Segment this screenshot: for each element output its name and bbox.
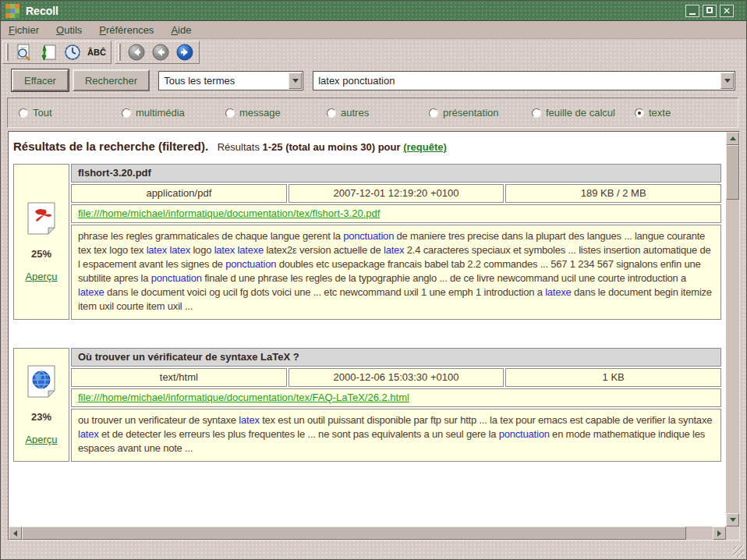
toolbar: ÂBĈ: [1, 39, 746, 65]
result-abstract: ou trouver un verificateur de syntaxe la…: [71, 409, 721, 462]
scrollbar-corner: [726, 526, 739, 540]
filter-radio-autres[interactable]: autres: [327, 107, 369, 119]
clear-button[interactable]: Effacer: [12, 69, 69, 91]
result-abstract: phrase les regles grammaticales de chaqu…: [71, 225, 721, 320]
search-input[interactable]: [313, 75, 720, 87]
radio-icon[interactable]: [429, 108, 438, 118]
chevron-down-icon[interactable]: [720, 73, 734, 89]
result-entry: 23% Aperçu Où trouver un vérificateur de…: [13, 348, 721, 462]
minimize-icon: [689, 13, 696, 15]
search-button[interactable]: Rechercher: [73, 69, 150, 91]
minimize-button[interactable]: [685, 5, 699, 17]
window-title: Recoll: [26, 5, 685, 17]
highlighted-term: latex: [384, 244, 404, 256]
abstract-text: phrase les regles grammaticales de chaqu…: [78, 230, 343, 242]
result-size: 1 KB: [505, 368, 721, 387]
pdf-file-icon: [27, 202, 55, 237]
menu-fichier[interactable]: Fichier: [9, 24, 39, 36]
maximize-icon: [706, 7, 713, 13]
radio-selected-icon[interactable]: [635, 108, 644, 118]
filter-label: multimédia: [136, 107, 185, 119]
highlighted-term: latexe: [78, 286, 104, 298]
previous-page-button[interactable]: [150, 42, 172, 62]
results-title: Résultats de la recherche (filtered).: [13, 140, 208, 153]
advanced-search-button[interactable]: [13, 42, 35, 62]
horizontal-scrollbar-thumb[interactable]: [22, 526, 686, 540]
scroll-down-button[interactable]: [726, 513, 739, 526]
menubar: FichierOutilsPréférencesAide: [1, 21, 746, 39]
query-link[interactable]: (requête): [403, 141, 447, 153]
recoll-window: Recoll ✕ FichierOutilsPréférencesAide: [0, 0, 747, 560]
abstract-text: latex2ε version actuelle de: [264, 244, 384, 256]
filter-label: feuille de calcul: [546, 107, 615, 119]
vertical-scrollbar-thumb[interactable]: [726, 145, 739, 200]
result-mime: text/html: [71, 368, 287, 387]
results-count-prefix: Résultats: [218, 141, 260, 153]
radio-icon[interactable]: [327, 108, 336, 118]
filter-radio-multimedia[interactable]: multimédia: [122, 107, 185, 119]
result-details: flshort-3.20.pdf application/pdf 2007-12…: [71, 164, 721, 320]
horizontal-scrollbar[interactable]: [9, 526, 726, 540]
app-icon: [5, 4, 19, 18]
maximize-button[interactable]: [703, 5, 717, 17]
filter-radio-presentation[interactable]: présentation: [429, 107, 499, 119]
query-combo: [313, 71, 735, 90]
highlighted-term: latex: [170, 244, 190, 256]
preview-link[interactable]: Aperçu: [25, 434, 57, 445]
result-title: flshort-3.20.pdf: [71, 164, 721, 183]
result-url-link[interactable]: file:///home/michael/informatique/docume…: [78, 207, 380, 219]
highlighted-term: ponctuation: [343, 230, 394, 242]
radio-icon[interactable]: [122, 108, 131, 118]
term-explorer-button[interactable]: ÂBĈ: [86, 42, 108, 62]
result-url-link[interactable]: file:///home/michael/informatique/docume…: [78, 392, 409, 403]
abstract-text: logo: [190, 244, 214, 256]
window-controls: ✕: [685, 5, 734, 17]
filter-radio-texte[interactable]: texte: [635, 107, 671, 119]
radio-icon[interactable]: [532, 108, 541, 118]
result-title: Où trouver un vérificateur de syntaxe La…: [71, 348, 721, 367]
radio-icon[interactable]: [225, 108, 235, 118]
highlighted-term: latex: [78, 428, 98, 440]
window-titlebar: Recoll ✕: [1, 1, 746, 21]
first-page-icon: [127, 43, 146, 62]
menu-preferences[interactable]: Préférences: [99, 24, 154, 36]
first-page-button[interactable]: [126, 42, 147, 62]
history-button[interactable]: [62, 42, 83, 62]
filter-label: texte: [649, 107, 671, 119]
filter-radio-message[interactable]: message: [225, 107, 281, 119]
vertical-scrollbar[interactable]: [726, 132, 739, 526]
preview-link[interactable]: Aperçu: [25, 271, 57, 282]
highlighted-term: latexe: [545, 286, 572, 298]
search-mode-select[interactable]: Tous les termes: [158, 71, 303, 90]
result-url-row: file:///home/michael/informatique/docume…: [71, 204, 721, 223]
relevance-percent: 25%: [31, 248, 51, 260]
results-count-range: 1-25 (total au moins 30) pour: [263, 141, 401, 153]
result-date: 2007-12-01 12:19:20 +0100: [289, 184, 504, 203]
sort-parameters-button[interactable]: [37, 42, 59, 62]
next-page-button[interactable]: [174, 42, 196, 62]
toolbar-handle[interactable]: [118, 44, 121, 61]
chevron-down-icon[interactable]: [289, 73, 302, 89]
scroll-left-button[interactable]: [9, 526, 22, 540]
html-file-icon: [27, 365, 55, 400]
result-side-panel: 25% Aperçu: [13, 164, 69, 320]
scroll-up-button[interactable]: [726, 132, 739, 145]
result-size: 189 KB / 2 MB: [505, 184, 721, 203]
abstract-text: dans le document voici og ucil fg dots v…: [104, 286, 546, 298]
menu-outils[interactable]: Outils: [56, 24, 82, 36]
advanced-search-icon: [15, 43, 34, 62]
radio-icon[interactable]: [19, 108, 28, 118]
filter-radio-tout[interactable]: Tout: [19, 107, 52, 119]
relevance-percent: 23%: [31, 411, 51, 423]
close-button[interactable]: ✕: [720, 5, 734, 17]
filter-radio-feuille-de-calcul[interactable]: feuille de calcul: [532, 107, 615, 119]
menu-aide[interactable]: Aide: [171, 24, 191, 36]
resize-grip[interactable]: [733, 546, 744, 557]
arrow-left-icon: [13, 530, 17, 537]
scroll-right-button[interactable]: [713, 526, 726, 540]
abstract-text: tex est un outil puissant disponible par…: [260, 414, 712, 426]
category-filter-bar: Toutmultimédiamessageautresprésentationf…: [7, 97, 738, 128]
result-meta-row: text/html 2000-12-06 15:03:30 +0100 1 KB: [71, 368, 721, 387]
toolbar-handle[interactable]: [5, 44, 9, 61]
abstract-text: ou trouver un verificateur de syntaxe: [78, 414, 239, 426]
